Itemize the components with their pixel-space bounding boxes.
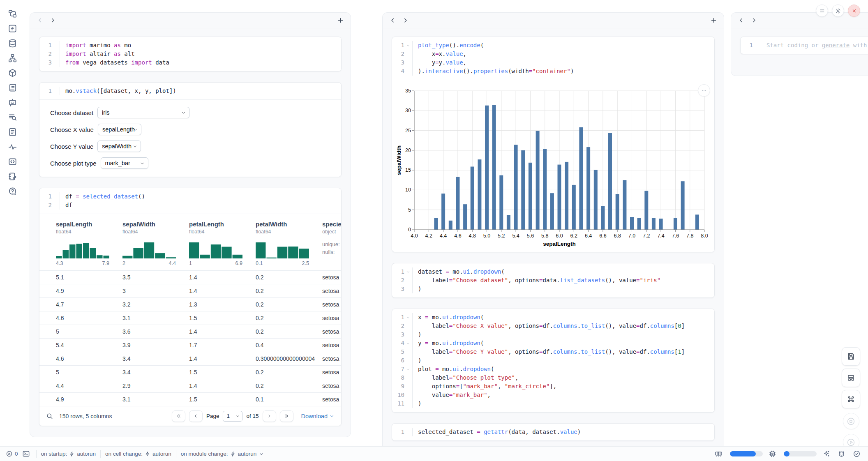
code-editor[interactable]: 1mo.vstack([dataset, x, y, plot]): [39, 83, 341, 99]
notebook-menu-button[interactable]: [816, 5, 828, 17]
table-row[interactable]: 53.41.50.2setosa: [39, 365, 341, 379]
dependency-graph-icon[interactable]: [8, 53, 17, 63]
code-editor[interactable]: 1selected_dataset = getattr(data, datase…: [392, 424, 714, 440]
choose-x-value-select[interactable]: sepalLength: [98, 124, 141, 135]
code-cell-xy-plot-dropdowns[interactable]: 1x = mo.ui.dropdown(2 label="Choose X va…: [392, 309, 715, 413]
code-placeholder[interactable]: Start coding or generate with AI: [761, 41, 868, 50]
copilot-button[interactable]: [838, 450, 845, 458]
stop-button[interactable]: [843, 413, 859, 429]
settings-button[interactable]: [832, 5, 844, 17]
select-value: iris: [102, 109, 110, 116]
scratchpad-icon[interactable]: [8, 172, 17, 181]
function-square-icon[interactable]: [8, 24, 17, 33]
first-page-button[interactable]: [172, 410, 185, 422]
choose-y-value-select[interactable]: sepalWidth: [97, 141, 141, 152]
code-editor[interactable]: 1plot_type().encode(2 x=x.value,3 y=y.va…: [392, 37, 714, 80]
code-cell-dataframe[interactable]: 1df = selected_dataset()2df sepalLengthf…: [39, 188, 342, 426]
table-cell: 0.2: [256, 274, 322, 281]
column-next-button[interactable]: [402, 17, 409, 24]
code-cell-chart[interactable]: 1plot_type().encode(2 x=x.value,3 y=y.va…: [392, 37, 715, 252]
table-row[interactable]: 4.93.11.50.1setosa: [39, 392, 341, 406]
table-column-header-species[interactable]: speciesobjectunique:nulls:: [322, 221, 341, 266]
on-module-change-setting[interactable]: on module change: autorun: [181, 451, 265, 457]
code-editor[interactable]: 1df = selected_dataset()2df: [39, 188, 341, 214]
table-cell: 1.4: [189, 328, 256, 335]
column-meta: unique:nulls:: [322, 240, 341, 256]
bar-chart[interactable]: 051015202530354.04.24.44.64.85.05.25.45.…: [395, 86, 711, 249]
table-column-header-sepalWidth[interactable]: sepalWidthfloat6424.4: [122, 221, 189, 266]
log-search-icon[interactable]: [8, 113, 17, 122]
package-icon[interactable]: [8, 68, 17, 78]
table-row[interactable]: 5.13.51.40.2setosa: [39, 270, 341, 284]
table-cell: 1.3: [189, 301, 256, 308]
code-block-icon[interactable]: [8, 157, 17, 166]
fold-chevron-icon[interactable]: [404, 365, 411, 373]
empty-code-cell[interactable]: 1 Start coding or generate with AI: [740, 37, 868, 54]
code-cell-selected-dataset[interactable]: 1selected_dataset = getattr(data, datase…: [392, 423, 715, 441]
chart-menu-button[interactable]: [698, 84, 710, 97]
choose-plot-type-select[interactable]: mark_bar: [101, 157, 148, 169]
search-icon[interactable]: [46, 413, 53, 420]
table-row[interactable]: 4.931.40.2setosa: [39, 284, 341, 297]
on-startup-setting[interactable]: on startup: autorun: [41, 451, 96, 457]
column-prev-button[interactable]: [738, 17, 745, 24]
close-button[interactable]: [848, 5, 860, 17]
table-row[interactable]: 4.73.21.30.2setosa: [39, 297, 341, 311]
code-cell-vstack[interactable]: 1mo.vstack([dataset, x, y, plot]) Choose…: [39, 82, 342, 177]
code-editor[interactable]: 1x = mo.ui.dropdown(2 label="Choose X va…: [392, 309, 714, 412]
code-editor[interactable]: 1import marimo as mo2import altair as al…: [39, 37, 341, 71]
keyboard-shortcuts-button[interactable]: [842, 390, 860, 408]
fold-chevron-icon[interactable]: [404, 339, 411, 348]
table-row[interactable]: 4.63.41.40.30000000000000004setosa: [39, 352, 341, 365]
fold-chevron-icon[interactable]: [404, 267, 411, 276]
line-number: 2: [392, 276, 404, 285]
prev-page-button[interactable]: [189, 410, 203, 422]
next-page-button[interactable]: [263, 410, 276, 422]
scroll-icon[interactable]: [8, 83, 17, 92]
chat-bot-icon[interactable]: [8, 98, 17, 107]
choose-dataset-select[interactable]: iris: [97, 107, 189, 118]
table-row[interactable]: 5.43.91.70.4setosa: [39, 338, 341, 352]
table-row[interactable]: 4.42.91.40.2setosa: [39, 379, 341, 392]
ai-assistant-button[interactable]: [822, 450, 830, 458]
code-editor[interactable]: 1dataset = mo.ui.dropdown(2 label="Choos…: [392, 263, 714, 297]
page-select[interactable]: 1: [223, 411, 242, 422]
file-tree-icon[interactable]: [8, 9, 17, 18]
line-number: 1: [392, 41, 404, 50]
download-label: Download: [301, 413, 328, 420]
activity-icon[interactable]: [8, 142, 17, 152]
database-icon[interactable]: [8, 39, 17, 48]
line-number: 1: [39, 87, 52, 95]
help-circle-icon[interactable]: [8, 187, 17, 196]
table-column-header-petalWidth[interactable]: petalWidthfloat640.12.5: [256, 221, 322, 266]
add-cell-button[interactable]: [710, 17, 717, 24]
on-cell-change-setting[interactable]: on cell change: autorun: [105, 451, 171, 457]
table-column-header-petalLength[interactable]: petalLengthfloat6416.9: [189, 221, 256, 266]
save-button[interactable]: [842, 347, 860, 366]
terminal-button[interactable]: [22, 450, 30, 458]
table-cell: 1.5: [189, 369, 256, 376]
errors-indicator[interactable]: 0: [6, 450, 18, 457]
column-next-button[interactable]: [49, 17, 56, 24]
table-row[interactable]: 53.61.40.2setosa: [39, 325, 341, 338]
code-line: 9 options=["mark_bar", "mark_circle"],: [392, 382, 709, 391]
fold-chevron-icon[interactable]: [404, 313, 411, 322]
circle-x-icon: [6, 450, 13, 457]
fold-chevron-icon[interactable]: [404, 41, 411, 50]
layout-button[interactable]: [842, 369, 860, 387]
code-cell-dataset-dropdown[interactable]: 1dataset = mo.ui.dropdown(2 label="Choos…: [392, 263, 715, 298]
column-next-button[interactable]: [750, 17, 757, 24]
add-cell-button[interactable]: [337, 17, 344, 24]
last-page-button[interactable]: [280, 410, 293, 422]
code-line: 1import marimo as mo: [39, 41, 335, 50]
svg-text:25: 25: [405, 128, 411, 134]
column-prev-button[interactable]: [389, 17, 396, 24]
document-icon[interactable]: [8, 127, 17, 137]
table-row[interactable]: 4.63.11.50.2setosa: [39, 311, 341, 325]
connection-status-icon[interactable]: [853, 450, 861, 458]
code-cell-imports[interactable]: 1import marimo as mo2import altair as al…: [39, 37, 342, 71]
download-button[interactable]: Download: [301, 413, 335, 420]
generate-link[interactable]: generate: [822, 42, 850, 48]
table-column-header-sepalLength[interactable]: sepalLengthfloat644.37.9: [56, 221, 122, 266]
column-prev-button[interactable]: [37, 17, 44, 24]
